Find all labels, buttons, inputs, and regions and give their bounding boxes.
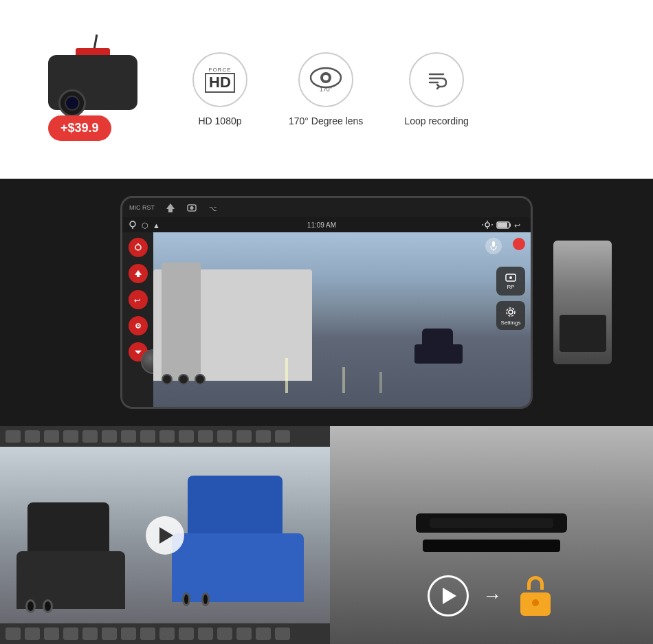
- film-dot: [121, 430, 136, 443]
- svg-marker-8: [166, 203, 175, 209]
- lens-label: 170° Degree lens: [289, 115, 363, 126]
- right-car: [172, 487, 304, 602]
- dashboard-strip-2: [423, 540, 560, 552]
- film-dot: [236, 430, 252, 443]
- camera-body: [48, 55, 137, 110]
- record-indicator: [513, 238, 525, 250]
- film-dot: [275, 628, 290, 640]
- svg-point-32: [137, 325, 139, 326]
- film-dot: [140, 430, 155, 443]
- force-text: FORCE: [209, 67, 232, 73]
- bottom-section: →: [0, 426, 653, 644]
- film-dot: [82, 430, 98, 443]
- svg-text:↩: ↩: [514, 221, 520, 230]
- film-dot: [5, 430, 21, 443]
- film-dot: [217, 628, 232, 640]
- feature-lens: 170° 170° Degree lens: [289, 52, 363, 126]
- back-nav-button[interactable]: ↩: [129, 290, 148, 309]
- film-dot: [44, 430, 59, 443]
- svg-point-13: [130, 221, 135, 227]
- lock-icon[interactable]: [516, 576, 555, 616]
- bottom-left-video: [0, 426, 330, 644]
- loop-icon-circle: [409, 52, 464, 107]
- svg-text:▲: ▲: [153, 221, 160, 230]
- film-dot: [275, 430, 290, 443]
- play-button[interactable]: [146, 516, 184, 555]
- settings-nav-button[interactable]: [129, 316, 148, 335]
- rp-label: RP: [507, 284, 514, 290]
- unit-header: MIC RST ⌥: [122, 198, 531, 217]
- play-triangle-icon: [159, 527, 173, 544]
- lens-icon-circle: 170°: [298, 52, 353, 107]
- status-time: 11:09 AM: [307, 221, 336, 229]
- unit-header-label: MIC RST: [129, 204, 155, 211]
- film-dot: [25, 430, 40, 443]
- home-icon: [165, 202, 176, 213]
- svg-rect-34: [492, 241, 495, 247]
- svg-point-17: [485, 223, 489, 227]
- svg-point-11: [190, 206, 194, 210]
- home-button[interactable]: [129, 264, 148, 283]
- signal-icon: ▲: [153, 220, 162, 230]
- mic-button[interactable]: [485, 238, 502, 254]
- film-dot: [82, 628, 98, 640]
- usb-icon: ⌥: [208, 202, 219, 213]
- play-circle-button[interactable]: [428, 575, 469, 617]
- settings-button[interactable]: Settings: [496, 301, 525, 330]
- svg-point-38: [509, 310, 513, 314]
- film-dot: [140, 628, 155, 640]
- features-list: FORCE HD HD 1080p 170° 170° Degree lens: [192, 52, 469, 126]
- film-dot: [256, 628, 271, 640]
- hd-icon: FORCE HD: [205, 67, 235, 92]
- dashboard-strip: [416, 513, 567, 533]
- play-controls: →: [428, 575, 555, 617]
- svg-rect-24: [498, 223, 507, 227]
- film-dot: [159, 430, 175, 443]
- svg-text:⬡: ⬡: [142, 221, 148, 230]
- gps-icon: [128, 220, 137, 230]
- film-dot: [44, 628, 59, 640]
- camera-product-image: +$39.9: [41, 34, 151, 144]
- film-dot: [63, 628, 78, 640]
- rp-icon: [505, 273, 517, 282]
- film-dot: [63, 430, 78, 443]
- film-image: [0, 447, 330, 623]
- hd-label: HD 1080p: [198, 115, 241, 126]
- svg-rect-29: [137, 275, 140, 277]
- rp-button[interactable]: RP: [496, 267, 525, 296]
- top-section: +$39.9 FORCE HD HD 1080p 17: [0, 0, 653, 179]
- film-dot: [198, 430, 213, 443]
- hd-icon-circle: FORCE HD: [192, 52, 247, 107]
- feature-hd: FORCE HD HD 1080p: [192, 52, 247, 126]
- camera-lens: [58, 89, 86, 117]
- svg-point-2: [323, 75, 329, 80]
- eye-svg-icon: 170°: [309, 65, 343, 94]
- film-dot: [121, 628, 136, 640]
- svg-marker-33: [135, 351, 142, 354]
- film-strip-top: [0, 426, 330, 447]
- rear-camera-preview: [553, 241, 612, 364]
- svg-text:⌥: ⌥: [209, 205, 217, 212]
- status-bar: ⬡ ▲ 11:09 AM ↩: [122, 217, 531, 232]
- lock-body: [520, 592, 551, 616]
- next-arrow-icon[interactable]: →: [483, 585, 502, 607]
- gear-icon: [505, 306, 517, 318]
- bluetooth-icon: ⬡: [140, 220, 150, 230]
- film-dot: [179, 628, 194, 640]
- film-dot: [102, 430, 117, 443]
- play-circle-icon: [443, 588, 456, 604]
- back-icon: ↩: [514, 220, 525, 230]
- display-overlay: RP Settings: [153, 232, 531, 407]
- film-dot: [217, 430, 232, 443]
- film-dot: [5, 628, 21, 640]
- film-dot: [256, 430, 271, 443]
- vol-label: VOL: [140, 408, 149, 409]
- svg-rect-23: [509, 223, 511, 227]
- middle-section: MIC RST ⌥ ⬡ ▲ 11:09 AM ↩: [0, 179, 653, 426]
- settings-label: Settings: [501, 320, 521, 326]
- power-button[interactable]: [129, 238, 148, 257]
- film-dot: [179, 430, 194, 443]
- lock-keyhole: [532, 599, 539, 606]
- price-badge[interactable]: +$39.9: [48, 115, 111, 141]
- film-dot: [25, 628, 40, 640]
